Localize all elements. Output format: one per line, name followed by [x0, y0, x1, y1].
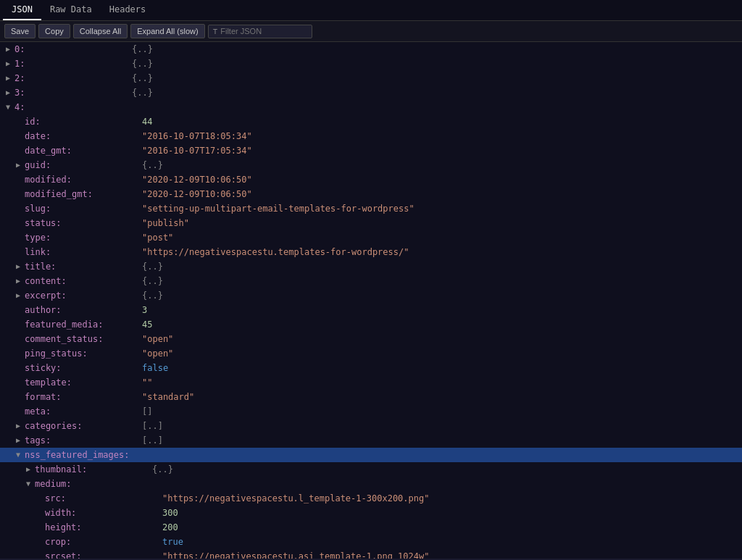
json-key: 4: [13, 101, 129, 114]
expand-icon[interactable] [13, 262, 23, 272]
json-value: "2020-12-09T10:06:50" [142, 188, 252, 201]
table-row[interactable]: tags:[..] [0, 433, 742, 448]
expand-icon[interactable] [13, 276, 23, 286]
collapse-all-button[interactable]: Collapse All [73, 24, 128, 38]
json-key: modified: [23, 173, 139, 186]
json-key: author: [23, 304, 139, 317]
expand-icon[interactable] [3, 44, 13, 54]
json-key: slug: [23, 202, 139, 215]
table-row[interactable]: author:3 [0, 303, 742, 317]
table-row[interactable]: 3:{..} [0, 85, 742, 100]
table-row[interactable]: date_gmt:"2016-10-07T17:05:34" [0, 143, 742, 158]
expand-icon[interactable] [13, 160, 23, 170]
table-row[interactable]: width:300 [0, 506, 742, 520]
json-key: title: [23, 260, 139, 273]
expand-icon[interactable] [13, 450, 23, 460]
table-row[interactable]: sticky:false [0, 361, 742, 375]
json-key: comment_status: [23, 333, 139, 346]
json-key: date_gmt: [23, 144, 139, 157]
json-value: {..} [142, 260, 163, 273]
table-row[interactable]: format:"standard" [0, 390, 742, 404]
json-key: 0: [13, 43, 129, 56]
table-row[interactable]: height:200 [0, 520, 742, 535]
table-row[interactable]: link:"https://negativespacestu.templates… [0, 245, 742, 259]
json-key: featured_media: [23, 318, 139, 331]
json-key: modified_gmt: [23, 188, 139, 201]
table-row[interactable]: date:"2016-10-07T18:05:34" [0, 129, 742, 143]
json-value: "2016-10-07T18:05:34" [142, 130, 252, 143]
table-row[interactable]: 2:{..} [0, 71, 742, 85]
table-row[interactable]: srcset:"https://negativespacestu.asi_tem… [0, 549, 742, 559]
json-key: width: [43, 506, 159, 519]
json-key: ping_status: [23, 347, 139, 360]
table-row[interactable]: meta:[] [0, 404, 742, 419]
table-row[interactable]: 1:{..} [0, 57, 742, 71]
expand-icon[interactable] [13, 421, 23, 431]
json-key: meta: [23, 405, 139, 418]
json-value: {..} [132, 86, 153, 99]
table-row[interactable]: comment_status:"open" [0, 332, 742, 346]
filter-input[interactable] [220, 27, 307, 35]
json-value: 200 [162, 521, 178, 534]
json-key: date: [23, 130, 139, 143]
json-value: "publish" [142, 217, 189, 230]
json-content: 0:{..}1:{..}2:{..}3:{..}4:id:44date:"201… [0, 42, 742, 559]
json-value: 3 [142, 304, 147, 317]
table-row[interactable]: modified:"2020-12-09T10:06:50" [0, 172, 742, 187]
table-row[interactable]: 4: [0, 100, 742, 114]
json-key: thumbnail: [33, 463, 149, 476]
json-value: [..] [142, 434, 163, 447]
json-value: 300 [162, 506, 178, 519]
expand-all-button[interactable]: Expand All (slow) [130, 24, 204, 38]
expand-icon[interactable] [3, 59, 13, 69]
table-row[interactable]: ping_status:"open" [0, 346, 742, 361]
json-key: 1: [13, 57, 129, 70]
copy-button[interactable]: Copy [38, 24, 70, 38]
json-value: {..} [132, 72, 153, 85]
json-value: {..} [142, 289, 163, 302]
table-row[interactable]: content:{..} [0, 274, 742, 288]
table-row[interactable]: status:"publish" [0, 216, 742, 230]
table-row[interactable]: id:44 [0, 114, 742, 129]
table-row[interactable]: featured_media:45 [0, 317, 742, 332]
table-row[interactable]: nss_featured_images: [0, 448, 742, 462]
table-row[interactable]: crop:true [0, 535, 742, 549]
table-row[interactable]: type:"post" [0, 230, 742, 245]
table-row[interactable]: categories:[..] [0, 419, 742, 433]
table-row[interactable]: guid:{..} [0, 158, 742, 172]
json-value: {..} [142, 159, 163, 172]
json-key: sticky: [23, 362, 139, 375]
table-row[interactable]: title:{..} [0, 259, 742, 274]
table-row[interactable]: excerpt:{..} [0, 288, 742, 303]
expand-icon[interactable] [3, 73, 13, 83]
json-value: "open" [142, 333, 173, 346]
json-key: crop: [43, 535, 159, 548]
table-row[interactable]: thumbnail:{..} [0, 462, 742, 477]
json-key: id: [23, 115, 139, 128]
table-row[interactable]: slug:"setting-up-multipart-email-templat… [0, 201, 742, 216]
json-value: 45 [142, 318, 152, 331]
json-key: excerpt: [23, 289, 139, 302]
json-key: type: [23, 231, 139, 244]
expand-icon[interactable] [13, 291, 23, 301]
tab-json[interactable]: JSON [3, 0, 41, 20]
json-key: link: [23, 246, 139, 259]
expand-icon[interactable] [3, 88, 13, 98]
table-row[interactable]: src:"https://negativespacestu.l_template… [0, 491, 742, 506]
save-button[interactable]: Save [4, 24, 36, 38]
json-value: "setting-up-multipart-email-templates-fo… [142, 202, 414, 215]
table-row[interactable]: 0:{..} [0, 42, 742, 57]
table-row[interactable]: medium: [0, 477, 742, 491]
tab-headers[interactable]: Headers [101, 0, 155, 20]
expand-icon[interactable] [23, 464, 33, 475]
table-row[interactable]: template:"" [0, 375, 742, 390]
top-tabs: JSON Raw Data Headers Save Copy Collapse… [0, 0, 742, 42]
json-value: "open" [142, 347, 173, 360]
table-row[interactable]: modified_gmt:"2020-12-09T10:06:50" [0, 187, 742, 201]
expand-icon[interactable] [23, 479, 33, 489]
expand-icon[interactable] [3, 102, 13, 112]
json-value: {..} [132, 57, 153, 70]
json-key: srcset: [43, 550, 159, 559]
expand-icon[interactable] [13, 435, 23, 446]
tab-raw-data[interactable]: Raw Data [41, 0, 101, 20]
